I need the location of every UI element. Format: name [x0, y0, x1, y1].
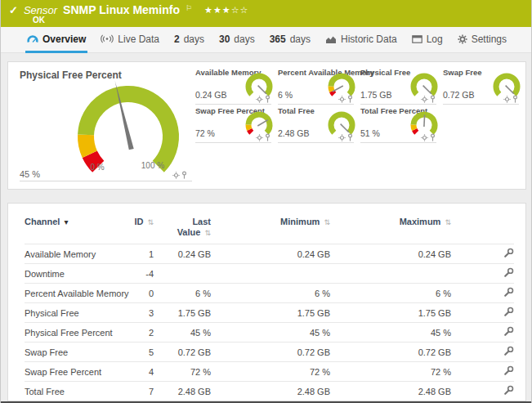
gauge-pin-icon[interactable]: [430, 95, 436, 103]
table-row-available-memory[interactable]: Available Memory10.24 GB0.24 GB0.24 GB: [25, 244, 514, 264]
channel-settings-wrench-icon[interactable]: [503, 385, 514, 396]
column-label: Maximum: [400, 217, 441, 226]
object-kind-label: Sensor: [24, 4, 57, 16]
gauge-pin-icon[interactable]: [347, 95, 353, 103]
table-row-swap-free[interactable]: Swap Free50.72 GB0.72 GB0.72 GB: [25, 343, 514, 362]
gauge-pin-icon[interactable]: [265, 133, 270, 141]
gauge-value: 72 %: [195, 128, 215, 138]
gauge-title: Total Free: [278, 106, 315, 115]
cell-maximum: 6 %: [330, 284, 451, 303]
gauge-pin-icon[interactable]: [430, 133, 436, 141]
tab-historic-data[interactable]: Historic Data: [324, 27, 399, 53]
cell-id: 2: [132, 323, 154, 343]
cell-minimum: 72 %: [211, 362, 330, 382]
gauge-needle: [257, 120, 268, 126]
gauge-settings-gear-icon[interactable]: [421, 96, 428, 103]
gauge-pin-icon[interactable]: [512, 95, 518, 103]
gauge-settings-gear-icon[interactable]: [256, 96, 263, 103]
tab-log[interactable]: Log: [410, 27, 445, 53]
main-gauge-tile[interactable]: Physical Free Percent 0 % 100 % 45 %: [14, 66, 192, 181]
table-row-total-free[interactable]: Total Free72.48 GB2.48 GB2.48 GB: [25, 382, 514, 401]
table-row-downtime[interactable]: Downtime-4: [25, 264, 514, 284]
table-row-percent-available-memory[interactable]: Percent Available Memory06 %6 %6 %: [25, 284, 514, 303]
cell-id: 0: [132, 284, 154, 303]
tab-overview[interactable]: Overview: [25, 27, 87, 53]
tab-30-days[interactable]: 30days: [217, 27, 257, 53]
gauge-settings-gear-icon[interactable]: [338, 96, 346, 103]
channel-settings-wrench-icon[interactable]: [503, 287, 514, 298]
column-header-channel[interactable]: Channel ▾: [25, 213, 132, 244]
gauge-tile-available-memory[interactable]: Available Memory0.24 GB: [195, 66, 278, 105]
priority-flag-icon[interactable]: ⚐: [186, 4, 192, 12]
tab-label: Settings: [472, 34, 507, 45]
sort-toggle-icon: ⇅: [204, 229, 211, 237]
gauge-tile-swap-free-percent[interactable]: Swap Free Percent72 %: [195, 105, 278, 143]
channel-settings-wrench-icon[interactable]: [503, 346, 514, 356]
column-header-last[interactable]: LastValue ⇅: [154, 213, 211, 244]
gauge-settings-gear-icon[interactable]: [421, 134, 428, 141]
cell-minimum: [211, 264, 330, 284]
channel-settings-wrench-icon[interactable]: [503, 307, 514, 317]
tab-label: Overview: [42, 34, 86, 45]
cell-maximum: 2.48 GB: [330, 382, 451, 401]
gauge-tile-swap-free[interactable]: Swap Free0.72 GB: [443, 66, 525, 105]
cell-minimum: 6 %: [211, 284, 330, 303]
cell-minimum: 0.24 GB: [211, 244, 330, 264]
gauge-settings-gear-icon[interactable]: [503, 96, 511, 103]
channel-settings-wrench-icon[interactable]: [503, 248, 514, 258]
gauge-value: 2.48 GB: [278, 128, 310, 138]
overview-gauge-icon: [27, 34, 38, 43]
gauge-actions: [419, 88, 436, 103]
table-row-physical-free-percent[interactable]: Physical Free Percent245 %45 %45 %: [25, 323, 514, 343]
gauge-tile-total-free[interactable]: Total Free2.48 GB: [278, 105, 360, 143]
tab-label: days: [184, 34, 204, 45]
column-label: Channel: [25, 217, 60, 226]
channel-settings-wrench-icon[interactable]: [503, 326, 514, 337]
sensor-title-line: ✓ Sensor SNMP Linux Meminfo ⚐ ★★★☆☆: [9, 3, 248, 16]
cell-maximum: 72 %: [330, 362, 451, 382]
sort-toggle-icon: ⇅: [324, 218, 330, 226]
sensor-header: ✓ Sensor SNMP Linux Meminfo ⚐ ★★★☆☆ OK: [1, 0, 531, 27]
cell-id: 4: [132, 362, 154, 382]
column-header-min[interactable]: Minimum ⇅: [211, 213, 330, 244]
small-gauges-grid: Available Memory0.24 GBPercent Available…: [195, 66, 525, 143]
sort-desc-icon: ▾: [64, 217, 68, 226]
column-header-actions: [451, 213, 514, 244]
channel-settings-wrench-icon[interactable]: [503, 267, 514, 278]
main-gauge-actions: [171, 164, 187, 179]
tab-label: days: [234, 34, 254, 45]
column-header-id[interactable]: ID ⇅: [132, 213, 154, 244]
cell-maximum: 1.75 GB: [330, 303, 451, 323]
cell-id: -4: [132, 264, 154, 284]
column-label: ID: [134, 217, 143, 226]
gauge-pin-icon[interactable]: [181, 171, 187, 179]
gauge-tile-total-free-percent[interactable]: Total Free Percent51 %: [360, 105, 443, 143]
priority-stars[interactable]: ★★★☆☆: [204, 5, 248, 16]
tab-365-days[interactable]: 365days: [268, 27, 312, 53]
column-header-max[interactable]: Maximum ⇅: [330, 213, 451, 244]
gauge-settings-gear-icon[interactable]: [172, 172, 180, 179]
gauge-settings-gear-icon[interactable]: [256, 134, 263, 141]
live-data-icon: [101, 34, 114, 43]
divider: [20, 181, 192, 181]
gauge-actions: [502, 88, 518, 103]
cell-last-value: 1.75 GB: [154, 303, 211, 323]
gauge-tile-physical-free[interactable]: Physical Free1.75 GB: [360, 66, 443, 105]
gauge-pin-icon[interactable]: [347, 133, 353, 141]
channel-table: Channel ▾ID ⇅LastValue ⇅Minimum ⇅Maximum…: [25, 213, 514, 401]
cell-actions: [451, 323, 514, 343]
cell-last-value: 2.48 GB: [154, 382, 211, 401]
channel-settings-wrench-icon[interactable]: [503, 365, 514, 376]
tab-live-data[interactable]: Live Data: [99, 27, 161, 53]
cell-channel: Available Memory: [25, 244, 132, 264]
tab-2-days[interactable]: 2days: [172, 27, 206, 53]
table-row-physical-free[interactable]: Physical Free31.75 GB1.75 GB1.75 GB: [25, 303, 514, 323]
tab-settings[interactable]: Settings: [456, 27, 508, 53]
gauge-tile-percent-available-memory[interactable]: Percent Available Memory6 %: [278, 66, 360, 105]
gauge-actions: [254, 88, 270, 103]
cell-actions: [451, 382, 514, 401]
table-row-swap-free-percent[interactable]: Swap Free Percent472 %72 %72 %: [25, 362, 514, 382]
gauge-settings-gear-icon[interactable]: [338, 134, 346, 141]
gauge-pin-icon[interactable]: [265, 95, 270, 103]
cell-maximum: 45 %: [330, 323, 451, 343]
